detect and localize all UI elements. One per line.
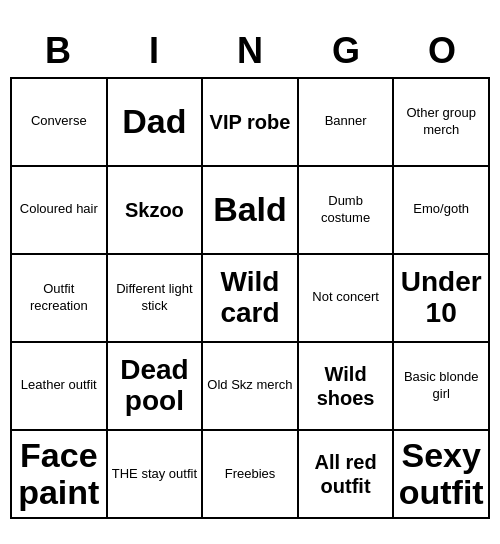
cell-r4-c1[interactable]: THE stay outfit — [108, 431, 204, 520]
cell-r2-c2[interactable]: Wild card — [203, 255, 299, 343]
bingo-header: B I N G O — [10, 25, 490, 77]
letter-i: I — [106, 25, 202, 77]
cell-r1-c3[interactable]: Dumb costume — [299, 167, 395, 255]
cell-r0-c2[interactable]: VIP robe — [203, 79, 299, 167]
letter-n: N — [202, 25, 298, 77]
cell-r1-c2[interactable]: Bald — [203, 167, 299, 255]
letter-o: O — [394, 25, 490, 77]
cell-r4-c4[interactable]: Sexy outfit — [394, 431, 490, 520]
cell-r1-c1[interactable]: Skzoo — [108, 167, 204, 255]
cell-r3-c2[interactable]: Old Skz merch — [203, 343, 299, 431]
bingo-card: B I N G O ConverseDadVIP robeBannerOther… — [0, 15, 500, 530]
cell-r2-c1[interactable]: Different light stick — [108, 255, 204, 343]
cell-r3-c1[interactable]: Dead pool — [108, 343, 204, 431]
cell-r3-c3[interactable]: Wild shoes — [299, 343, 395, 431]
cell-r4-c2[interactable]: Freebies — [203, 431, 299, 520]
cell-r3-c4[interactable]: Basic blonde girl — [394, 343, 490, 431]
cell-r4-c3[interactable]: All red outfit — [299, 431, 395, 520]
cell-r4-c0[interactable]: Face paint — [12, 431, 108, 520]
cell-r0-c4[interactable]: Other group merch — [394, 79, 490, 167]
cell-r3-c0[interactable]: Leather outfit — [12, 343, 108, 431]
cell-r2-c3[interactable]: Not concert — [299, 255, 395, 343]
cell-r2-c4[interactable]: Under 10 — [394, 255, 490, 343]
cell-r1-c4[interactable]: Emo/goth — [394, 167, 490, 255]
cell-r2-c0[interactable]: Outfit recreation — [12, 255, 108, 343]
bingo-grid: ConverseDadVIP robeBannerOther group mer… — [10, 77, 490, 520]
letter-b: B — [10, 25, 106, 77]
letter-g: G — [298, 25, 394, 77]
cell-r1-c0[interactable]: Coloured hair — [12, 167, 108, 255]
cell-r0-c3[interactable]: Banner — [299, 79, 395, 167]
cell-r0-c1[interactable]: Dad — [108, 79, 204, 167]
cell-r0-c0[interactable]: Converse — [12, 79, 108, 167]
